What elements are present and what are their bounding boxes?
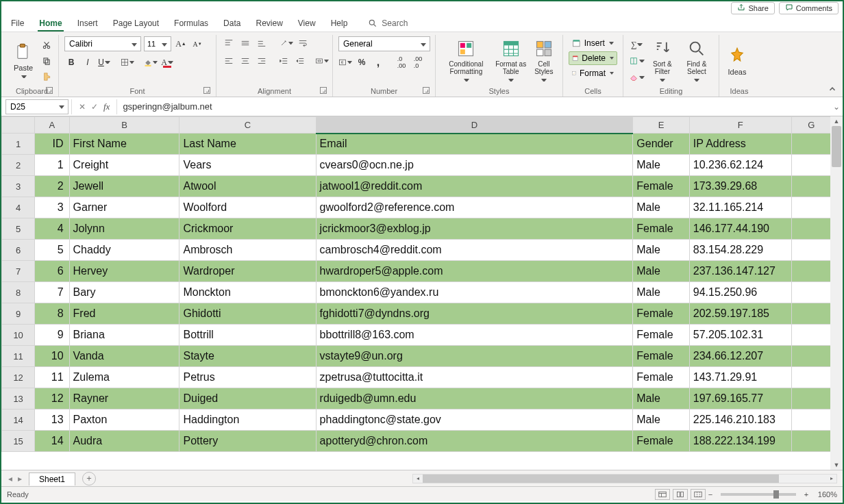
comments-button[interactable]: Comments xyxy=(779,2,839,14)
paste-button[interactable]: Paste xyxy=(11,41,36,81)
zoom-slider-knob[interactable] xyxy=(773,490,779,499)
cell[interactable]: cvears0@ocn.ne.jp xyxy=(316,155,633,176)
increase-font-button[interactable]: A▲ xyxy=(174,37,188,51)
cell[interactable]: 57.205.102.31 xyxy=(689,325,791,346)
cell[interactable]: hwardroper5@apple.com xyxy=(316,261,633,282)
autosum-button[interactable]: ∑ xyxy=(629,38,645,51)
cell[interactable]: Last Name xyxy=(179,134,316,155)
cell[interactable]: 32.11.165.214 xyxy=(689,197,791,218)
number-format-select[interactable]: General xyxy=(338,36,430,51)
cell[interactable]: Stayte xyxy=(179,346,316,367)
cell[interactable]: Wardroper xyxy=(179,261,316,282)
cell[interactable]: Female xyxy=(633,367,689,388)
normal-view-button[interactable] xyxy=(655,489,670,500)
cell[interactable]: apotteryd@chron.com xyxy=(316,431,633,452)
borders-button[interactable] xyxy=(121,55,134,69)
cell[interactable]: ID xyxy=(35,134,69,155)
cell[interactable]: 10.236.62.124 xyxy=(689,155,791,176)
cell[interactable] xyxy=(791,197,831,218)
zoom-out-button[interactable]: − xyxy=(706,490,715,499)
row-header[interactable]: 15 xyxy=(2,431,35,452)
cell[interactable] xyxy=(791,410,831,431)
cell[interactable]: Female xyxy=(633,303,689,325)
tab-file[interactable]: File xyxy=(10,16,25,31)
cell[interactable] xyxy=(791,431,831,452)
cell[interactable]: Male xyxy=(633,197,689,218)
cell[interactable]: Male xyxy=(633,261,689,282)
enter-formula-button[interactable]: ✓ xyxy=(91,102,98,112)
column-header-B[interactable]: B xyxy=(69,117,179,134)
bold-button[interactable]: B xyxy=(64,55,78,69)
cell[interactable]: 143.71.29.91 xyxy=(689,367,791,388)
column-header-G[interactable]: G xyxy=(791,117,831,134)
row-header[interactable]: 12 xyxy=(2,367,35,388)
orientation-button[interactable] xyxy=(280,36,293,50)
cell[interactable]: Ghidotti xyxy=(179,303,316,325)
align-center-button[interactable] xyxy=(238,54,252,68)
tab-view[interactable]: View xyxy=(297,16,317,31)
scrollbar-thumb[interactable] xyxy=(423,475,779,483)
fx-icon[interactable]: fx xyxy=(103,101,110,112)
cell[interactable]: cambrosch4@reddit.com xyxy=(316,240,633,261)
cell[interactable]: 146.177.44.190 xyxy=(689,218,791,240)
cell[interactable]: Atwool xyxy=(179,176,316,197)
expand-formula-bar-button[interactable]: ⌄ xyxy=(830,102,843,112)
copy-button[interactable] xyxy=(40,54,53,68)
cell[interactable]: phaddingtonc@state.gov xyxy=(316,410,633,431)
row-header[interactable]: 13 xyxy=(2,388,35,410)
cell[interactable]: 8 xyxy=(35,303,69,325)
align-left-button[interactable] xyxy=(222,54,236,68)
cell[interactable]: 13 xyxy=(35,410,69,431)
tab-formulas[interactable]: Formulas xyxy=(173,16,210,31)
row-header[interactable]: 11 xyxy=(2,346,35,367)
increase-indent-button[interactable] xyxy=(293,54,307,68)
percent-button[interactable]: % xyxy=(355,55,369,69)
scrollbar-thumb[interactable] xyxy=(832,126,841,167)
dialog-launcher-icon[interactable] xyxy=(203,87,210,94)
cell[interactable]: Female xyxy=(633,431,689,452)
row-header[interactable]: 14 xyxy=(2,410,35,431)
underline-button[interactable]: U xyxy=(97,55,111,69)
cut-button[interactable] xyxy=(40,38,53,52)
row-header[interactable]: 8 xyxy=(2,282,35,303)
cell[interactable]: fghidotti7@dyndns.org xyxy=(316,303,633,325)
cell[interactable]: 237.136.147.127 xyxy=(689,261,791,282)
font-color-button[interactable]: A xyxy=(160,55,174,69)
cell[interactable] xyxy=(791,388,831,410)
cell[interactable]: 7 xyxy=(35,282,69,303)
column-header-D[interactable]: D xyxy=(316,117,633,134)
cell[interactable] xyxy=(791,240,831,261)
insert-button[interactable]: Insert xyxy=(569,36,617,50)
row-header[interactable]: 4 xyxy=(2,197,35,218)
cell[interactable] xyxy=(791,303,831,325)
cell[interactable]: Male xyxy=(633,410,689,431)
accounting-format-button[interactable] xyxy=(338,55,352,69)
tab-review[interactable]: Review xyxy=(254,16,284,31)
cell[interactable]: rduigedb@umn.edu xyxy=(316,388,633,410)
cell[interactable]: Creight xyxy=(69,155,179,176)
font-size-select[interactable]: 11 xyxy=(144,36,171,51)
dialog-launcher-icon[interactable] xyxy=(423,87,430,94)
wrap-text-button[interactable] xyxy=(296,36,310,50)
search-box[interactable]: Search xyxy=(368,18,408,28)
sheet-nav-prev-button[interactable]: ◂ xyxy=(8,474,12,483)
row-header[interactable]: 10 xyxy=(2,325,35,346)
cell[interactable]: 94.15.250.96 xyxy=(689,282,791,303)
column-header-C[interactable]: C xyxy=(179,117,316,134)
cell[interactable]: 2 xyxy=(35,176,69,197)
format-button[interactable]: Format xyxy=(569,66,617,80)
cell[interactable]: Female xyxy=(633,325,689,346)
cell[interactable]: Female xyxy=(633,346,689,367)
cell[interactable]: 234.66.12.207 xyxy=(689,346,791,367)
cell[interactable]: 3 xyxy=(35,197,69,218)
find-select-button[interactable]: Find & Select xyxy=(680,38,713,84)
cell[interactable]: 83.154.28.229 xyxy=(689,240,791,261)
scroll-left-icon[interactable]: ◂ xyxy=(413,475,423,483)
cell[interactable] xyxy=(791,367,831,388)
cell[interactable]: bbottrill8@163.com xyxy=(316,325,633,346)
cell[interactable]: 9 xyxy=(35,325,69,346)
cell[interactable]: 4 xyxy=(35,218,69,240)
cell[interactable]: Monckton xyxy=(179,282,316,303)
share-button[interactable]: Share xyxy=(731,2,774,14)
decrease-indent-button[interactable] xyxy=(277,54,290,68)
